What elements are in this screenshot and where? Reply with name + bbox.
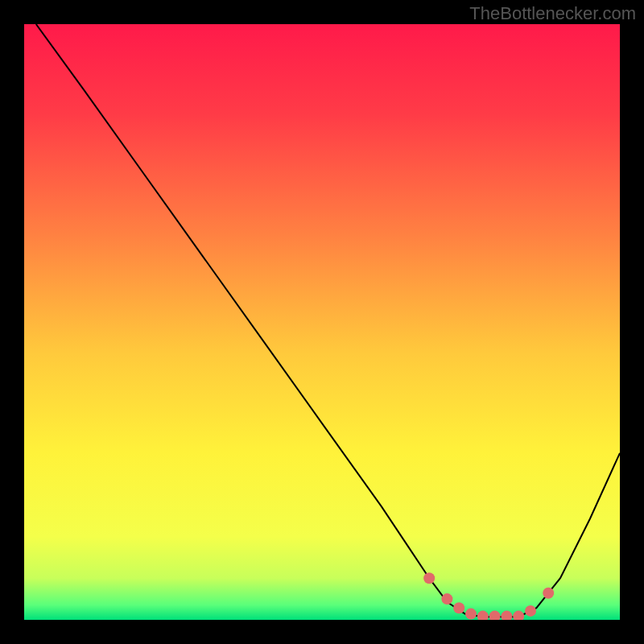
highlight-dot (543, 588, 554, 599)
highlight-dot (453, 602, 464, 613)
chart-svg (24, 24, 620, 620)
plot-area (24, 24, 620, 620)
highlight-dot (465, 609, 477, 620)
highlight-dot (525, 605, 536, 617)
gradient-background (24, 24, 620, 620)
watermark-text: TheBottlenecker.com (469, 3, 636, 24)
chart-container: TheBottlenecker.com (0, 0, 644, 644)
highlight-dot (423, 572, 435, 584)
highlight-dot (441, 593, 452, 605)
